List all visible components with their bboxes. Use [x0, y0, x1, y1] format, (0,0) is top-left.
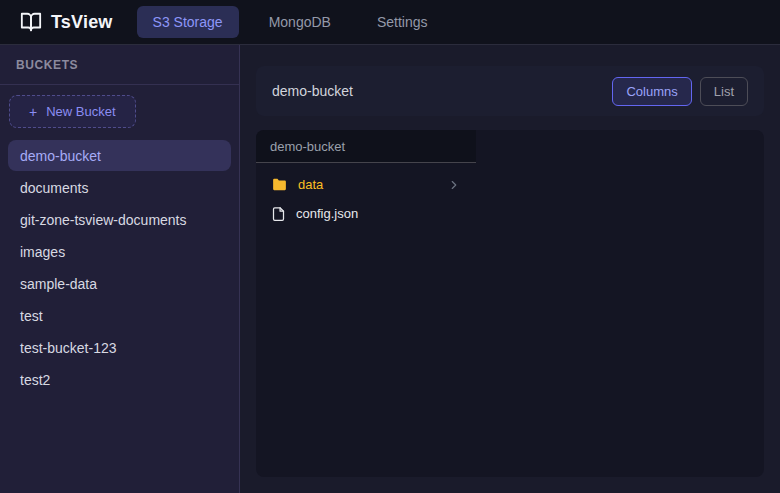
app-logo: TsView — [20, 11, 113, 33]
bucket-header-card: demo-bucket ColumnsList — [256, 66, 764, 116]
tab-settings[interactable]: Settings — [361, 6, 444, 38]
app-title: TsView — [51, 12, 113, 33]
chevron-right-icon — [447, 178, 461, 192]
new-bucket-button[interactable]: + New Bucket — [9, 95, 136, 128]
column-header: demo-bucket — [256, 130, 476, 163]
tab-mongodb[interactable]: MongoDB — [253, 6, 347, 38]
browser-column: demo-bucket dataconfig.json — [256, 130, 476, 477]
bucket-list: demo-bucketdocumentsgit-zone-tsview-docu… — [0, 130, 239, 405]
folder-entry[interactable]: data — [262, 171, 470, 198]
file-entry[interactable]: config.json — [262, 200, 470, 227]
view-mode-switch: ColumnsList — [612, 77, 748, 106]
buckets-section-title: BUCKETS — [0, 45, 239, 85]
topbar: TsView S3 StorageMongoDBSettings — [0, 0, 780, 45]
sidebar-item-bucket[interactable]: images — [8, 236, 231, 267]
content-shell: BUCKETS + New Bucket demo-bucketdocument… — [0, 45, 780, 493]
new-bucket-label: New Bucket — [46, 104, 115, 119]
nav-tabs: S3 StorageMongoDBSettings — [137, 6, 444, 38]
columns-view-button[interactable]: Columns — [612, 77, 691, 106]
column-items: dataconfig.json — [256, 163, 476, 235]
sidebar-item-bucket[interactable]: sample-data — [8, 268, 231, 299]
main-area: demo-bucket ColumnsList demo-bucket data… — [240, 45, 780, 493]
list-view-button[interactable]: List — [700, 77, 748, 106]
files-panel: demo-bucket dataconfig.json — [256, 130, 764, 477]
sidebar-item-bucket[interactable]: test2 — [8, 364, 231, 395]
buckets-sidebar: BUCKETS + New Bucket demo-bucketdocument… — [0, 45, 240, 493]
new-bucket-wrap: + New Bucket — [0, 85, 239, 130]
entry-name: data — [298, 177, 323, 192]
sidebar-item-bucket[interactable]: test-bucket-123 — [8, 332, 231, 363]
sidebar-item-bucket[interactable]: demo-bucket — [8, 140, 231, 171]
sidebar-item-bucket[interactable]: documents — [8, 172, 231, 203]
plus-icon: + — [29, 105, 37, 119]
folder-icon — [271, 176, 288, 193]
book-open-icon — [20, 11, 42, 33]
sidebar-item-bucket[interactable]: test — [8, 300, 231, 331]
entry-name: config.json — [296, 206, 358, 221]
sidebar-item-bucket[interactable]: git-zone-tsview-documents — [8, 204, 231, 235]
tab-s3-storage[interactable]: S3 Storage — [137, 6, 239, 38]
current-bucket-title: demo-bucket — [272, 83, 353, 99]
file-icon — [271, 206, 286, 222]
